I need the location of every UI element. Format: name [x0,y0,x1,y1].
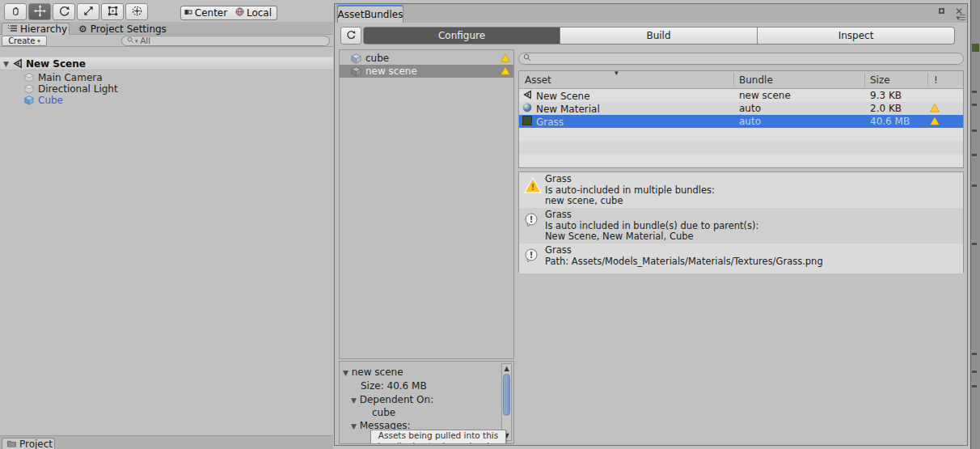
tooltip-line-2: bundle due to dependencies [371,441,505,444]
table-row-grass[interactable]: Grass auto 40.6 MB [519,115,963,128]
tab-configure[interactable]: Configure [363,27,560,44]
left-tabstrip: Hierarchy ⚙ Project Settings [0,22,333,35]
bundle-item-new-scene[interactable]: new scene [340,65,513,78]
details-message-tooltip: Assets being pulled into this bundle due… [370,430,506,444]
globe-icon [235,7,244,19]
scene-header-row[interactable]: ▼ New Scene [0,57,333,70]
message-detail: New Scene, New Material, Cube [545,231,758,243]
window-menu-icon[interactable]: ▾☰ [956,14,965,22]
scrollbar-thumb[interactable] [503,374,510,416]
message-warning[interactable]: ! Grass Is auto-included in multiple bun… [519,172,963,208]
folder-icon [7,438,16,449]
message-title: Grass [545,210,758,221]
details-dependent-row[interactable]: ▼ Dependent On: [351,394,433,405]
tooltip-line-1: Assets being pulled into this [371,430,505,441]
tab-hierarchy[interactable]: Hierarchy [2,23,70,35]
list-icon [8,23,17,35]
search-icon [523,53,531,64]
cell-bundle: auto [739,103,761,114]
foldout-arrow-icon[interactable]: ▼ [351,422,357,430]
hierarchy-item-label: Main Camera [38,72,103,83]
create-button[interactable]: Create ▾ [2,36,47,46]
transform-tool-button[interactable] [125,3,148,20]
hierarchy-item-label: Cube [38,95,63,106]
bundle-item-cube[interactable]: cube [340,52,513,65]
scale-icon [82,5,95,19]
hierarchy-item-main-camera[interactable]: Main Camera [0,72,333,83]
rotate-tool-button[interactable] [53,3,75,20]
refresh-button[interactable] [340,27,361,44]
refresh-icon [345,29,357,43]
hand-tool-button[interactable] [4,3,27,20]
column-header-warning[interactable]: ! [934,74,938,86]
table-row-new-material[interactable]: New Material auto 2.0 KB [519,102,963,115]
column-header-bundle[interactable]: Bundle [739,74,773,86]
cell-bundle: new scene [739,90,791,101]
bundle-icon [351,53,361,64]
asset-table-header[interactable]: Asset ▾ Bundle Size ! [519,71,963,89]
scale-tool-button[interactable] [77,3,99,20]
pivot-local-button[interactable]: Local [230,6,277,20]
tab-project-settings[interactable]: ⚙ Project Settings [73,23,178,35]
tab-inspect-label: Inspect [838,30,874,41]
hierarchy-item-directional-light[interactable]: Directional Light [0,83,333,95]
warning-icon [930,116,940,128]
create-button-label: Create [8,36,35,45]
maximize-icon[interactable] [939,8,944,14]
message-text: Is auto-included in multiple bundles: [545,185,715,197]
cell-size: 2.0 KB [870,103,902,114]
tab-project[interactable]: Project [2,438,55,449]
dropdown-arrow-icon: ▾ [37,38,40,44]
search-filter-arrow-icon: ▾ [135,38,138,44]
message-text: Is auto included in bundle(s) due to par… [545,221,758,232]
adjacent-window-edge [970,0,980,449]
tab-project-label: Project [19,438,53,449]
unity-scene-icon [522,90,532,102]
empty-row [519,141,963,154]
table-row-new-scene[interactable]: New Scene new scene 9.3 KB [519,89,963,102]
light-icon [24,84,34,94]
main-toolbar: Center Local [0,0,333,23]
details-bundle-name: new scene [352,366,403,378]
foldout-arrow-icon[interactable]: ▼ [3,60,9,68]
message-info[interactable]: ! Grass Is auto included in bundle(s) du… [519,208,963,244]
assetbundles-window-tab[interactable]: AssetBundles [337,5,403,23]
foldout-arrow-icon[interactable]: ▼ [343,369,348,377]
foldout-arrow-icon[interactable]: ▼ [351,396,357,405]
warning-icon [501,53,510,65]
column-header-asset[interactable]: Asset [525,74,551,86]
transform-icon [131,5,143,19]
hierarchy-item-cube[interactable]: Cube [0,95,333,106]
svg-text:!: ! [530,251,534,260]
unity-editor: Center Local Hierarchy ⚙ Project Setting… [0,0,980,449]
hierarchy-search-input[interactable]: ▾ All [121,36,330,46]
bundle-name: cube [365,53,389,64]
window-controls: ✕ ▾☰ [939,6,965,22]
pivot-center-button[interactable]: Center [180,6,231,20]
scroll-up-icon[interactable]: ▲ [502,365,511,372]
cell-asset: New Material [536,104,600,115]
sort-arrow-icon: ▾ [615,69,619,77]
asset-search-input[interactable] [518,53,964,65]
bundle-details-pane: ▼ new scene Size: 40.6 MB ▼ Dependent On… [339,361,514,444]
pivot-local-label: Local [247,7,272,19]
move-tool-button[interactable] [28,3,51,20]
assetbundles-titlebar[interactable]: AssetBundles ✕ ▾☰ [335,4,967,23]
assetbundles-toolbar: Configure Build Inspect [335,23,967,49]
hierarchy-toolbar: Create ▾ ▾ All [0,35,333,47]
svg-text:!: ! [530,182,534,193]
bottom-dock: Project [0,435,333,449]
warning-icon [930,104,940,115]
hierarchy-search-placeholder: All [141,36,150,45]
rect-tool-button[interactable] [101,3,124,20]
unity-scene-icon [12,58,23,69]
tab-inspect[interactable]: Inspect [758,27,955,44]
details-bundle-row[interactable]: ▼ new scene [343,366,403,378]
tab-build[interactable]: Build [560,27,758,44]
column-header-size[interactable]: Size [870,74,890,86]
message-title: Grass [545,174,715,185]
tab-project-settings-label: Project Settings [91,23,167,35]
cell-size: 9.3 KB [870,90,902,101]
message-info[interactable]: ! Grass Path: Assets/Models_Materials/Ma… [519,244,963,273]
tab-configure-label: Configure [438,30,485,41]
